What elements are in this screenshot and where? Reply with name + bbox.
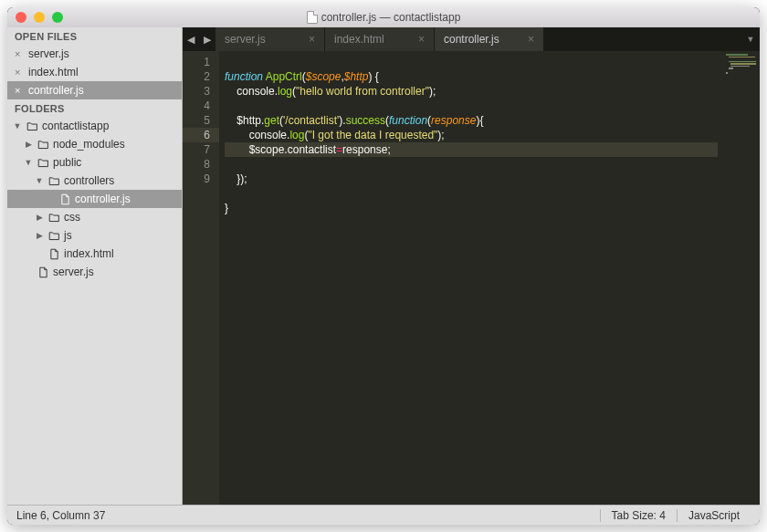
editor-window: controller.js — contactlistapp OPEN FILE… xyxy=(7,7,760,525)
expand-arrow-icon[interactable]: ▼ xyxy=(35,176,44,185)
code-area[interactable]: function AppCtrl($scope,$http) { console… xyxy=(219,51,723,505)
open-file-label: index.html xyxy=(28,66,79,78)
folder-icon xyxy=(47,230,60,242)
tree-item-label: contactlistapp xyxy=(42,120,109,132)
nav-forward-icon[interactable]: ▶ xyxy=(199,27,215,51)
editor-tab[interactable]: index.html× xyxy=(325,27,435,51)
file-icon xyxy=(47,248,60,260)
editor-tab[interactable]: server.js× xyxy=(215,27,325,51)
open-file-label: server.js xyxy=(28,47,69,60)
file-item[interactable]: index.html xyxy=(7,245,182,263)
expand-arrow-icon[interactable]: ▶ xyxy=(24,140,33,149)
folder-item[interactable]: ▶css xyxy=(7,208,182,226)
language-selector[interactable]: JavaScript xyxy=(677,509,751,522)
folder-item[interactable]: ▶node_modules xyxy=(7,135,182,153)
folder-item[interactable]: ▼controllers xyxy=(7,172,182,190)
tree-item-label: js xyxy=(64,229,72,242)
expand-arrow-icon[interactable]: ▶ xyxy=(35,231,44,240)
folder-icon xyxy=(47,212,60,224)
line-number: 8 xyxy=(183,157,210,172)
file-icon xyxy=(58,193,71,205)
close-file-icon[interactable]: × xyxy=(15,67,24,78)
file-item[interactable]: server.js xyxy=(7,263,182,281)
zoom-window-button[interactable] xyxy=(52,12,63,23)
editor-tab[interactable]: controller.js× xyxy=(435,27,544,51)
line-number: 5 xyxy=(183,113,210,128)
folders-header: FOLDERS xyxy=(7,99,182,117)
close-file-icon[interactable]: × xyxy=(15,85,24,96)
line-number: 3 xyxy=(183,84,210,99)
folder-item[interactable]: ▼public xyxy=(7,153,182,172)
file-item[interactable]: controller.js xyxy=(7,190,182,208)
folder-icon xyxy=(47,175,60,187)
open-file-label: controller.js xyxy=(28,84,84,97)
window-title-text: controller.js — contactlistapp xyxy=(321,11,461,24)
cursor-position[interactable]: Line 6, Column 37 xyxy=(16,509,105,522)
close-tab-icon[interactable]: × xyxy=(309,33,315,46)
traffic-lights xyxy=(7,12,63,23)
tree-item-label: controllers xyxy=(64,174,114,187)
close-file-icon[interactable]: × xyxy=(15,48,24,59)
expand-arrow-icon[interactable]: ▼ xyxy=(24,158,33,167)
tree-item-label: public xyxy=(53,156,81,169)
tab-size-selector[interactable]: Tab Size: 4 xyxy=(600,509,677,522)
tab-label: index.html xyxy=(334,33,384,46)
window-title: controller.js — contactlistapp xyxy=(7,11,760,24)
folder-icon xyxy=(37,139,49,151)
file-icon xyxy=(37,266,49,278)
status-bar: Line 6, Column 37 Tab Size: 4 JavaScript xyxy=(7,505,760,525)
tree-item-label: node_modules xyxy=(53,138,125,151)
open-file-item[interactable]: ×server.js xyxy=(7,45,182,63)
open-files-list: ×server.js×index.html×controller.js xyxy=(7,45,182,99)
line-number: 7 xyxy=(183,142,210,157)
folder-item[interactable]: ▼contactlistapp xyxy=(7,117,182,135)
main-area: ◀ ▶ server.js×index.html×controller.js× … xyxy=(183,27,760,505)
line-number: 4 xyxy=(183,99,210,113)
titlebar[interactable]: controller.js — contactlistapp xyxy=(7,7,760,27)
close-tab-icon[interactable]: × xyxy=(418,33,425,46)
open-files-header: OPEN FILES xyxy=(7,27,182,45)
tab-dropdown-icon[interactable]: ▼ xyxy=(741,27,760,51)
window-body: OPEN FILES ×server.js×index.html×control… xyxy=(7,27,760,505)
tab-label: controller.js xyxy=(444,33,499,46)
expand-arrow-icon[interactable]: ▼ xyxy=(13,121,22,130)
close-tab-icon[interactable]: × xyxy=(528,33,534,46)
line-number: 2 xyxy=(183,69,210,84)
minimap[interactable] xyxy=(723,51,760,505)
tree-item-label: css xyxy=(64,211,80,224)
line-gutter: 123456789 xyxy=(183,51,219,505)
tree-item-label: server.js xyxy=(53,266,94,278)
folder-icon xyxy=(26,120,38,132)
tab-label: server.js xyxy=(225,33,266,46)
open-file-item[interactable]: ×index.html xyxy=(7,63,182,81)
file-type-icon xyxy=(307,11,318,24)
line-number: 1 xyxy=(183,55,210,69)
folder-tree: ▼contactlistapp▶node_modules▼public▼cont… xyxy=(7,117,182,285)
tree-item-label: controller.js xyxy=(75,193,131,205)
open-file-item[interactable]: ×controller.js xyxy=(7,81,182,99)
tree-item-label: index.html xyxy=(64,247,114,260)
folder-icon xyxy=(37,157,49,169)
editor[interactable]: 123456789 function AppCtrl($scope,$http)… xyxy=(183,51,760,505)
expand-arrow-icon[interactable]: ▶ xyxy=(35,213,44,222)
tab-bar: ◀ ▶ server.js×index.html×controller.js× … xyxy=(183,27,760,51)
sidebar: OPEN FILES ×server.js×index.html×control… xyxy=(7,27,183,505)
line-number: 6 xyxy=(183,128,219,142)
close-window-button[interactable] xyxy=(16,12,26,23)
line-number: 9 xyxy=(183,172,210,186)
folder-item[interactable]: ▶js xyxy=(7,226,182,245)
minimize-window-button[interactable] xyxy=(34,12,45,23)
nav-back-icon[interactable]: ◀ xyxy=(183,27,199,51)
